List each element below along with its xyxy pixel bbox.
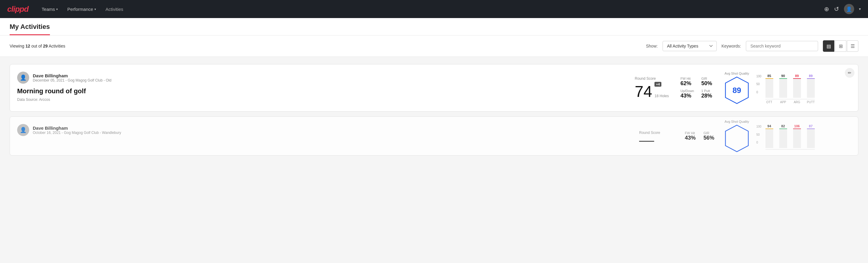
edit-button[interactable]: ✏ (845, 68, 855, 78)
bar2-putt-value: 87 (809, 124, 813, 128)
refresh-icon[interactable]: ↺ (834, 5, 839, 12)
page-title: My Activities (10, 23, 50, 35)
bar-putt: 89 (807, 74, 815, 98)
bar-arg: 89 (793, 74, 801, 98)
keyword-input[interactable] (746, 41, 818, 51)
nav-activities[interactable]: Activities (102, 5, 127, 13)
bar-arg-bg (793, 78, 801, 98)
teams-chevron-icon: ▾ (56, 7, 58, 11)
user-row-2: 👤 Dave Billingham October 16, 2021 - Gog… (17, 124, 629, 136)
add-icon[interactable]: ⊕ (824, 5, 829, 12)
bar2-putt: 87 (807, 124, 815, 148)
bar-app-value: 90 (781, 74, 785, 78)
user-info: Dave Billingham December 05, 2021 - Gog … (33, 73, 111, 83)
round-score-section: Round Score 74 +4 18 Holes (635, 71, 671, 104)
user-date-2: October 16, 2021 - Gog Magog Golf Club -… (33, 130, 121, 135)
bar-ott-bg (766, 78, 773, 98)
hex-score: 89 (732, 86, 741, 95)
avatar[interactable]: 👤 (844, 4, 854, 14)
stat-1putt: 1 Putt 28% (702, 89, 715, 99)
y-axis-labels: 100 50 0 (756, 72, 762, 96)
bar-arg-value: 89 (795, 74, 799, 78)
bar-putt-marker (807, 78, 815, 79)
hexagon-container-2: Avg Shot Quality (724, 120, 749, 152)
stats-section-2: FW Hit 43% GIR 56% (685, 124, 715, 148)
bar-arg-marker (793, 78, 801, 79)
stat-updown: Up/Down 43% (681, 89, 694, 99)
avatar-icon: 👤 (846, 6, 852, 12)
list-view-toggle[interactable]: ▤ (823, 40, 834, 52)
stat-gir: GIR 50% (702, 77, 715, 87)
bar-ott-marker (766, 78, 773, 79)
stat-fw-hit-label-2: FW Hit (685, 131, 696, 135)
bar-putt-bg (807, 78, 815, 98)
stat-gir-label-2: GIR (704, 131, 715, 135)
activity-type-select[interactable]: All Activity Types (662, 41, 717, 51)
view-toggles: ▤ ⊞ ☰ (823, 40, 858, 52)
bar2-arg: 106 (793, 124, 801, 148)
stats-grid-2: FW Hit 43% GIR 56% (685, 131, 715, 141)
avatar-2: 👤 (17, 124, 29, 136)
hexagon: 89 (725, 77, 749, 104)
compact-icon: ☰ (850, 43, 855, 49)
bar2-ott-value: 94 (768, 124, 771, 128)
y-label-100: 100 (756, 75, 762, 78)
stat-gir-value: 50% (702, 80, 715, 87)
x-label-putt: PUTT (807, 100, 815, 104)
score-value: 74 (635, 84, 652, 99)
y2-label-50: 50 (756, 133, 762, 136)
shot-quality-section-2: Avg Shot Quality 100 50 0 94 (724, 124, 851, 148)
bar-app: 90 (779, 74, 787, 98)
stat-fw-hit: FW Hit 62% (681, 77, 694, 87)
y-axis-labels-2: 100 50 0 (756, 122, 762, 147)
card-left-2: 👤 Dave Billingham October 16, 2021 - Gog… (17, 124, 629, 148)
stat-gir-value-2: 56% (704, 135, 715, 141)
bar-chart-wrapper: 100 50 0 85 90 (756, 72, 815, 104)
show-label: Show: (646, 43, 658, 49)
score-placeholder-2 (639, 141, 654, 142)
activity-card-2: 👤 Dave Billingham October 16, 2021 - Gog… (10, 116, 858, 155)
hexagon-svg-2 (725, 124, 749, 152)
hexagon-container: Avg Shot Quality 89 (724, 71, 749, 104)
score-row-2 (639, 136, 675, 142)
user-avatar-icon: 👤 (20, 74, 27, 81)
nav-teams[interactable]: Teams ▾ (38, 5, 61, 13)
x-label-arg: ARG (793, 100, 801, 104)
bar-ott: 85 (766, 74, 773, 98)
page-header: My Activities (0, 18, 868, 35)
viewing-count-text: Viewing 12 out of 29 Activities (10, 43, 641, 49)
bar-chart-wrapper-2: 100 50 0 94 82 (756, 122, 815, 150)
activity-card: ✏ 👤 Dave Billingham December 05, 2021 - … (10, 64, 858, 112)
shot-quality-section: Avg Shot Quality 89 100 50 0 (724, 71, 851, 104)
nav-performance[interactable]: Performance ▾ (64, 5, 99, 13)
round-score-label-2: Round Score (639, 130, 675, 135)
bars-container: 85 90 89 (766, 72, 815, 99)
card-left: 👤 Dave Billingham December 05, 2021 - Go… (17, 71, 625, 104)
user-avatar-icon-2: 👤 (20, 127, 27, 133)
avatar: 👤 (17, 71, 29, 84)
grid-view-toggle[interactable]: ⊞ (835, 40, 846, 52)
stat-fw-hit-label: FW Hit (681, 77, 694, 80)
stat-gir-2: GIR 56% (704, 131, 715, 141)
avg-shot-quality-label-2: Avg Shot Quality (724, 120, 749, 123)
holes-label: 18 Holes (654, 94, 669, 98)
bar2-app-value: 82 (781, 124, 785, 128)
compact-view-toggle[interactable]: ☰ (847, 40, 858, 52)
user-name-2: Dave Billingham (33, 125, 121, 130)
activity-title: Morning round of golf (17, 87, 625, 95)
stat-1putt-value: 28% (702, 93, 715, 99)
user-row: 👤 Dave Billingham December 05, 2021 - Go… (17, 71, 625, 84)
stat-fw-hit-value-2: 43% (685, 135, 696, 141)
list-icon: ▤ (827, 43, 831, 49)
user-info-2: Dave Billingham October 16, 2021 - Gog M… (33, 125, 121, 135)
grid-icon: ⊞ (839, 43, 843, 49)
stat-1putt-label: 1 Putt (702, 89, 715, 93)
bar2-app: 82 (779, 124, 787, 148)
bar-ott-value: 85 (768, 74, 771, 78)
nav-links: Teams ▾ Performance ▾ Activities (38, 5, 814, 13)
account-chevron-icon[interactable]: ▾ (859, 7, 861, 11)
x-label-ott: OTT (766, 100, 773, 104)
score-row: 74 +4 18 Holes (635, 82, 671, 99)
performance-chevron-icon: ▾ (94, 7, 96, 11)
logo[interactable]: clippd (7, 4, 29, 14)
